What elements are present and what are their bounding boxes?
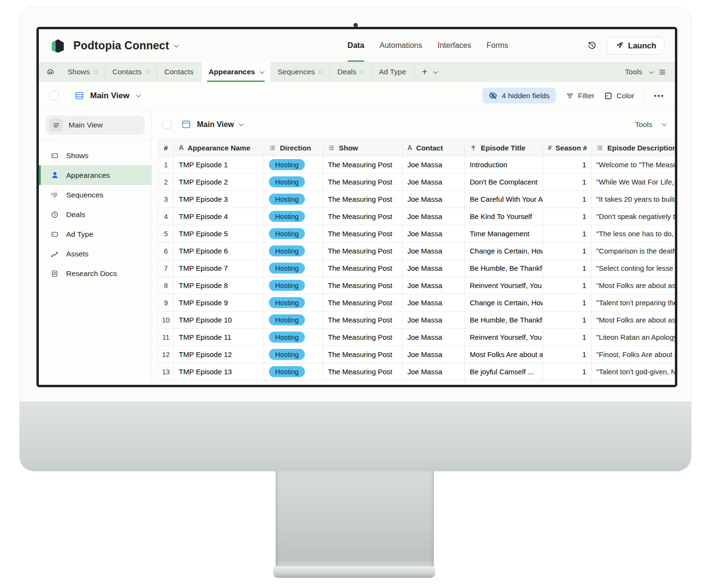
appearance-name-cell[interactable]: TMP Episode 12 bbox=[174, 346, 264, 363]
column-header-appearance-name[interactable]: AAppearance Name bbox=[174, 139, 264, 156]
season-cell[interactable]: 1 bbox=[543, 329, 591, 346]
nav-item-forms[interactable]: Forms bbox=[481, 29, 514, 62]
add-table-chevron-icon[interactable] bbox=[433, 69, 438, 74]
episode-description-cell[interactable]: "Finost, Folks Are about as bbox=[591, 346, 675, 363]
appearance-name-cell[interactable]: TMP Episode 5 bbox=[174, 225, 264, 242]
direction-cell[interactable]: Hosting bbox=[264, 156, 323, 173]
direction-cell[interactable]: Hosting bbox=[264, 329, 323, 346]
appearance-name-cell[interactable]: TMP Episode 3 bbox=[174, 191, 264, 208]
episode-title-cell[interactable]: Change is Certain, How Y... bbox=[465, 242, 543, 260]
appearance-name-cell[interactable]: TMP Episode 1 bbox=[174, 156, 264, 173]
appearance-name-cell[interactable]: TMP Episode 9 bbox=[174, 294, 264, 311]
nav-item-automations[interactable]: Automations bbox=[374, 29, 428, 62]
hidden-fields-button[interactable]: 4 hidden fields bbox=[482, 88, 556, 104]
contact-cell[interactable]: Joe Massa bbox=[403, 294, 465, 311]
row-number-cell[interactable]: 1 bbox=[158, 156, 174, 173]
season-cell[interactable]: 1 bbox=[543, 225, 591, 242]
episode-title-cell[interactable]: Introduction bbox=[465, 156, 543, 173]
direction-cell[interactable]: Hosting bbox=[264, 363, 323, 380]
episode-description-cell[interactable]: "Don't speak negatively t bbox=[591, 208, 675, 225]
direction-cell[interactable]: Hosting bbox=[264, 225, 323, 242]
show-cell[interactable]: The Measuring Post bbox=[323, 173, 403, 191]
episode-description-cell[interactable]: "Talent ton't god-given, N bbox=[591, 363, 675, 380]
add-table-button[interactable]: + bbox=[422, 67, 428, 77]
direction-cell[interactable]: Hosting bbox=[264, 294, 323, 311]
tab-contacts[interactable]: Contacts bbox=[105, 62, 157, 82]
episode-description-cell[interactable]: "Most Folks are about as, bbox=[591, 311, 675, 329]
strip-tools-label[interactable]: Tools bbox=[625, 68, 642, 76]
direction-cell[interactable]: Hosting bbox=[264, 242, 323, 260]
filter-button[interactable]: Filter bbox=[566, 92, 594, 100]
color-button[interactable]: Color bbox=[604, 92, 634, 100]
season-cell[interactable]: 1 bbox=[543, 277, 591, 294]
contact-cell[interactable]: Joe Massa bbox=[403, 329, 465, 346]
show-cell[interactable]: The Measuring Post bbox=[323, 294, 403, 311]
more-options-button[interactable]: ••• bbox=[654, 92, 664, 100]
row-number-cell[interactable]: 8 bbox=[158, 277, 174, 294]
season-cell[interactable]: 1 bbox=[543, 260, 591, 277]
tab-ad-type[interactable]: Ad Type bbox=[371, 62, 414, 82]
show-cell[interactable]: The Measuring Post bbox=[323, 208, 403, 225]
show-cell[interactable]: The Measuring Post bbox=[323, 260, 403, 277]
contact-cell[interactable]: Joe Massa bbox=[403, 346, 465, 363]
episode-title-cell[interactable]: Be Humble, Be Thankful... bbox=[465, 260, 543, 277]
appearance-name-cell[interactable]: TMP Episode 4 bbox=[174, 208, 264, 225]
row-number-cell[interactable]: 6 bbox=[158, 242, 174, 260]
season-cell[interactable]: 1 bbox=[543, 173, 591, 191]
direction-cell[interactable]: Hosting bbox=[264, 208, 323, 225]
history-icon[interactable] bbox=[586, 39, 598, 52]
episode-description-cell[interactable]: "While We Wait For Life, L bbox=[591, 173, 675, 191]
row-number-cell[interactable]: 5 bbox=[158, 225, 174, 242]
contact-cell[interactable]: Joe Massa bbox=[403, 191, 465, 208]
show-cell[interactable]: The Measuring Post bbox=[323, 363, 403, 380]
table-select-checkbox[interactable] bbox=[162, 120, 172, 129]
table-view-chevron-icon[interactable] bbox=[239, 121, 244, 126]
strip-menu-icon[interactable] bbox=[658, 68, 666, 76]
row-number-cell[interactable]: 3 bbox=[158, 191, 174, 208]
row-number-cell[interactable]: 11 bbox=[158, 329, 174, 346]
launch-button[interactable]: Launch bbox=[607, 37, 664, 55]
tab-contacts[interactable]: Contacts bbox=[157, 62, 201, 82]
episode-description-cell[interactable]: "Talent ton't preparing the bbox=[591, 294, 675, 311]
episode-description-cell[interactable]: "Welcome to "The Measu bbox=[591, 156, 675, 173]
title-chevron-down-icon[interactable] bbox=[174, 43, 179, 47]
row-number-cell[interactable]: 12 bbox=[158, 346, 174, 363]
appearance-name-cell[interactable]: TMP Episode 11 bbox=[174, 329, 264, 346]
contact-cell[interactable]: Joe Massa bbox=[403, 225, 465, 242]
direction-cell[interactable]: Hosting bbox=[264, 173, 323, 191]
episode-description-cell[interactable]: "Most Folks are about as bbox=[591, 277, 675, 294]
tab-sequences[interactable]: Sequences bbox=[270, 62, 330, 82]
column-header-contact[interactable]: AContact bbox=[403, 139, 465, 156]
table-tools-button[interactable]: Tools bbox=[635, 120, 665, 129]
direction-cell[interactable]: Hosting bbox=[264, 191, 323, 208]
tab-deals[interactable]: Deals bbox=[330, 62, 372, 82]
episode-title-cell[interactable]: Reinvent Yourself, You Mi... bbox=[465, 329, 543, 346]
show-cell[interactable]: The Measuring Post bbox=[323, 225, 403, 242]
episode-title-cell[interactable]: Reinvent Yourself, You Mi... bbox=[465, 277, 543, 294]
appearance-name-cell[interactable]: TMP Episode 13 bbox=[174, 363, 264, 380]
contact-cell[interactable]: Joe Massa bbox=[403, 156, 465, 173]
column-header-episode-description[interactable]: Episode Description bbox=[591, 139, 675, 156]
episode-description-cell[interactable]: "Comparison is the death, bbox=[591, 242, 675, 260]
episode-title-cell[interactable]: Most Folks Are about as... bbox=[465, 346, 543, 363]
direction-cell[interactable]: Hosting bbox=[264, 277, 323, 294]
sidebar-view-pill[interactable]: Main View bbox=[46, 115, 145, 135]
column-header-show[interactable]: Show bbox=[323, 139, 403, 156]
row-number-cell[interactable]: 2 bbox=[158, 173, 174, 191]
row-number-cell[interactable]: 10 bbox=[158, 311, 174, 329]
sidebar-item-research-docs[interactable]: Research Docs bbox=[39, 264, 151, 283]
season-cell[interactable]: 1 bbox=[543, 363, 591, 380]
contact-cell[interactable]: Joe Massa bbox=[403, 363, 465, 380]
contact-cell[interactable]: Joe Massa bbox=[403, 311, 465, 329]
show-cell[interactable]: The Measuring Post bbox=[323, 346, 403, 363]
sidebar-item-shows[interactable]: Shows bbox=[39, 146, 151, 165]
row-number-cell[interactable]: 9 bbox=[158, 294, 174, 311]
episode-title-cell[interactable]: Be Kind To Yourself bbox=[465, 208, 543, 225]
season-cell[interactable]: 1 bbox=[543, 242, 591, 260]
episode-description-cell[interactable]: "The less one has to do, t bbox=[591, 225, 675, 242]
contact-cell[interactable]: Joe Massa bbox=[403, 242, 465, 260]
nav-item-data[interactable]: Data bbox=[342, 29, 370, 62]
contact-cell[interactable]: Joe Massa bbox=[403, 277, 465, 294]
episode-title-cell[interactable]: Be Humble, Be Thankful, ... bbox=[465, 311, 543, 329]
sidebar-item-appearances[interactable]: Appearances bbox=[39, 165, 151, 185]
